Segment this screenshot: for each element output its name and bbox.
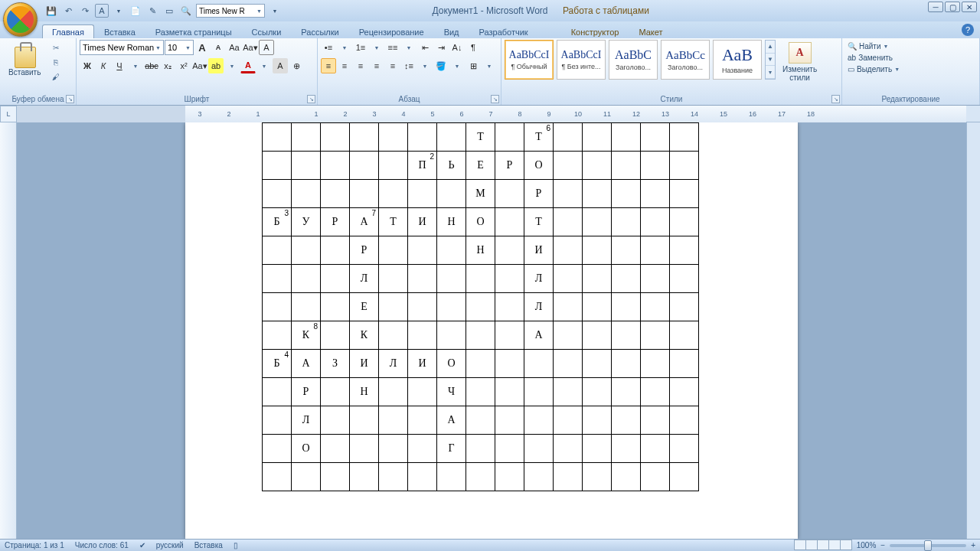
cell[interactable] bbox=[583, 435, 612, 463]
cell[interactable] bbox=[583, 350, 612, 378]
qat-glyph-icon[interactable]: A bbox=[95, 4, 109, 18]
tab-design[interactable]: Конструктор bbox=[561, 24, 629, 38]
cell[interactable]: Г bbox=[437, 435, 466, 463]
cell[interactable] bbox=[583, 123, 612, 152]
cell[interactable] bbox=[670, 435, 699, 463]
cell[interactable] bbox=[583, 406, 612, 435]
cell[interactable] bbox=[466, 435, 495, 463]
cell[interactable] bbox=[408, 123, 437, 152]
cell[interactable] bbox=[583, 321, 612, 350]
numbering-button[interactable]: 1≡ bbox=[353, 40, 368, 55]
cell[interactable]: Р bbox=[350, 236, 379, 265]
cell[interactable] bbox=[612, 152, 641, 180]
cell[interactable] bbox=[408, 406, 437, 435]
qat-font-select[interactable]: Times New R▼ bbox=[196, 4, 265, 18]
cell[interactable]: 3Б bbox=[263, 208, 292, 236]
tab-developer[interactable]: Разработчик bbox=[469, 24, 538, 38]
cell[interactable] bbox=[670, 265, 699, 293]
cell[interactable] bbox=[641, 406, 670, 435]
cell[interactable] bbox=[554, 208, 583, 236]
cell[interactable] bbox=[612, 378, 641, 406]
cell[interactable] bbox=[670, 123, 699, 152]
tab-review[interactable]: Рецензирование bbox=[349, 24, 434, 38]
cell[interactable] bbox=[350, 463, 379, 491]
cell[interactable] bbox=[466, 265, 495, 293]
cell[interactable]: И bbox=[408, 350, 437, 378]
line-spacing-chevron-icon[interactable]: ▼ bbox=[417, 58, 433, 73]
cell[interactable] bbox=[495, 321, 524, 350]
text-effect-button[interactable]: Aa▾ bbox=[192, 58, 207, 73]
cell[interactable] bbox=[350, 435, 379, 463]
cell[interactable] bbox=[612, 406, 641, 435]
cell[interactable] bbox=[495, 378, 524, 406]
cell[interactable] bbox=[321, 321, 350, 350]
cell[interactable]: 6Т bbox=[524, 123, 554, 152]
cell[interactable]: Р bbox=[524, 180, 554, 208]
cell[interactable] bbox=[437, 180, 466, 208]
cell[interactable]: З bbox=[321, 350, 350, 378]
status-mode[interactable]: Вставка bbox=[194, 541, 223, 549]
styles-dialog-launcher[interactable]: ↘ bbox=[831, 95, 840, 103]
cell[interactable] bbox=[408, 180, 437, 208]
cell[interactable] bbox=[408, 463, 437, 491]
distributed-button[interactable]: ≡ bbox=[385, 58, 400, 73]
tab-insert[interactable]: Вставка bbox=[94, 24, 145, 38]
document-scroll[interactable]: Т6Т2ПЬЕРОМР3БУР7АТИНОТРНИЛЛЕЛ8ККА4БАЗИЛИ… bbox=[17, 122, 966, 539]
line-spacing-button[interactable]: ↕≡ bbox=[401, 58, 416, 73]
cell[interactable] bbox=[263, 180, 292, 208]
cell[interactable]: А bbox=[437, 406, 466, 435]
cell[interactable]: Л bbox=[292, 406, 321, 435]
cell[interactable]: О bbox=[437, 350, 466, 378]
cell[interactable] bbox=[379, 236, 408, 265]
font-color-button[interactable]: A bbox=[240, 58, 256, 73]
replace-button[interactable]: abЗаменить bbox=[845, 53, 895, 63]
cell[interactable] bbox=[554, 406, 583, 435]
enclose-button[interactable]: ⊕ bbox=[289, 58, 304, 73]
cell[interactable] bbox=[437, 265, 466, 293]
cell[interactable]: И bbox=[350, 350, 379, 378]
cell[interactable] bbox=[263, 406, 292, 435]
cell[interactable] bbox=[670, 293, 699, 321]
multilevel-chevron-icon[interactable]: ▼ bbox=[401, 40, 416, 55]
page[interactable]: Т6Т2ПЬЕРОМР3БУР7АТИНОТРНИЛЛЕЛ8ККА4БАЗИЛИ… bbox=[185, 122, 798, 539]
char-border-button[interactable]: A bbox=[259, 40, 274, 55]
cell[interactable] bbox=[583, 293, 612, 321]
cell[interactable] bbox=[321, 180, 350, 208]
cell[interactable] bbox=[379, 463, 408, 491]
cell[interactable] bbox=[263, 463, 292, 491]
style-title[interactable]: АаВНазвание bbox=[713, 40, 762, 80]
cell[interactable] bbox=[263, 152, 292, 180]
style-h2[interactable]: AaBbCcЗаголово... bbox=[661, 40, 710, 80]
cell[interactable] bbox=[524, 435, 554, 463]
cell[interactable] bbox=[321, 435, 350, 463]
cell[interactable]: Т bbox=[379, 208, 408, 236]
borders-button[interactable]: ⊞ bbox=[466, 58, 481, 73]
cell[interactable] bbox=[292, 463, 321, 491]
italic-button[interactable]: К bbox=[96, 58, 111, 73]
style-h1[interactable]: AaBbCЗаголово... bbox=[609, 40, 658, 80]
cell[interactable] bbox=[379, 378, 408, 406]
cell[interactable] bbox=[321, 378, 350, 406]
style-gallery-scroll[interactable]: ▲▼▾ bbox=[765, 40, 776, 80]
underline-button[interactable]: Ч bbox=[112, 58, 127, 73]
cell[interactable]: О bbox=[292, 435, 321, 463]
qat-page-icon[interactable]: ▭ bbox=[162, 4, 176, 18]
cell[interactable] bbox=[641, 265, 670, 293]
cell[interactable] bbox=[554, 321, 583, 350]
cell[interactable] bbox=[495, 406, 524, 435]
cell[interactable] bbox=[583, 236, 612, 265]
maximize-button[interactable]: ▢ bbox=[945, 2, 960, 12]
cell[interactable] bbox=[612, 180, 641, 208]
tab-view[interactable]: Вид bbox=[434, 24, 469, 38]
cell[interactable] bbox=[466, 463, 495, 491]
cell[interactable] bbox=[583, 180, 612, 208]
change-case-button[interactable]: Aa▾ bbox=[243, 40, 258, 55]
cell[interactable]: А bbox=[524, 321, 554, 350]
status-macro-icon[interactable]: ▯ bbox=[234, 541, 238, 549]
cell[interactable] bbox=[263, 435, 292, 463]
minimize-button[interactable]: ─ bbox=[928, 2, 943, 12]
cell[interactable]: Ч bbox=[437, 378, 466, 406]
cell[interactable]: Т bbox=[524, 208, 554, 236]
dec-indent-button[interactable]: ⇤ bbox=[417, 40, 433, 55]
grow-font-button[interactable]: A bbox=[194, 40, 210, 55]
